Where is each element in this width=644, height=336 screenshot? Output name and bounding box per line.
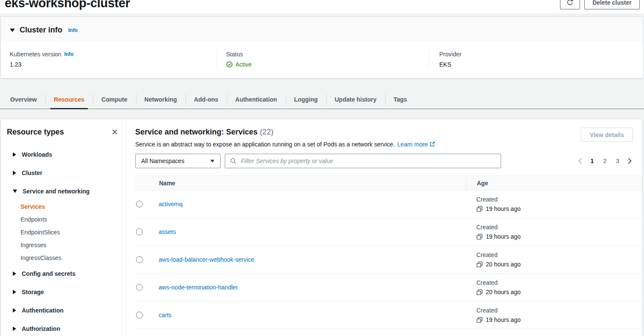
created-label: Created xyxy=(476,196,642,203)
sidebar-item-ingressclasses[interactable]: IngressClasses xyxy=(1,251,126,264)
learn-more-label: Learn more xyxy=(397,141,428,148)
tab-tags[interactable]: Tags xyxy=(385,90,416,108)
caret-right-icon xyxy=(13,171,16,175)
service-link[interactable]: aws-node-termination-handler xyxy=(159,284,238,291)
panel-title: Service and networking: Services (22) xyxy=(135,128,435,137)
view-details-button[interactable]: View details xyxy=(581,128,633,142)
sidebar-title: Resource types xyxy=(7,128,64,137)
sidebar-group-label: Cluster xyxy=(22,169,42,176)
tab-authentication[interactable]: Authentication xyxy=(227,90,286,108)
copy-icon[interactable] xyxy=(476,317,483,323)
name-cell: assets xyxy=(159,228,466,235)
namespace-select-value: All Namespaces xyxy=(141,158,184,164)
caret-right-icon xyxy=(13,290,16,294)
tab-overview[interactable]: Overview xyxy=(2,90,45,108)
pagination-pages: 123 xyxy=(588,158,622,164)
row-radio-button[interactable] xyxy=(136,228,143,235)
service-link[interactable]: aws-load-balancer-webhook-service xyxy=(159,256,254,263)
sidebar-item-label: Ingresses xyxy=(20,242,46,248)
table-row: assetsCreated19 hours ago xyxy=(135,218,642,246)
copy-icon[interactable] xyxy=(476,206,483,212)
table-header-row: Name Age xyxy=(135,175,642,190)
description-text: Service is an abstract way to expose an … xyxy=(135,141,395,148)
cluster-info-title: Cluster info xyxy=(20,26,62,35)
sidebar-group-storage[interactable]: Storage xyxy=(1,283,126,301)
services-search xyxy=(225,154,501,168)
sidebar-group-label: Workloads xyxy=(22,151,52,158)
tab-logging[interactable]: Logging xyxy=(286,90,326,108)
tab-resources[interactable]: Resources xyxy=(45,90,93,108)
caret-down-icon xyxy=(13,190,17,193)
tab-update-history[interactable]: Update history xyxy=(326,90,385,108)
tab-networking[interactable]: Networking xyxy=(136,90,186,108)
table-row: aws-load-balancer-webhook-serviceCreated… xyxy=(135,246,642,274)
next-page-button[interactable] xyxy=(627,158,633,164)
sidebar-item-endpoints[interactable]: Endpoints xyxy=(1,213,126,226)
sidebar-item-endpointslices[interactable]: EndpointSlices xyxy=(1,226,126,239)
dropdown-caret-icon xyxy=(210,160,215,163)
sidebar-item-ingresses[interactable]: Ingresses xyxy=(1,239,126,251)
search-input[interactable] xyxy=(240,157,496,165)
sidebar-item-label: Services xyxy=(20,203,45,210)
service-link[interactable]: assets xyxy=(159,228,176,235)
table-row: cartsCreated19 hours ago xyxy=(135,301,642,329)
page-number-3[interactable]: 3 xyxy=(613,158,622,164)
name-cell: carts xyxy=(159,312,466,318)
sidebar-group-authorization[interactable]: Authorization xyxy=(1,319,126,336)
cluster-info-fields: Kubernetes version Info 1.23 Status Acti… xyxy=(1,41,643,78)
service-link[interactable]: carts xyxy=(159,312,171,318)
sidebar-item-label: EndpointSlices xyxy=(20,229,60,236)
age-value: 19 hours ago xyxy=(486,233,521,240)
tab-label: Update history xyxy=(335,96,377,103)
cluster-info-info-link[interactable]: Info xyxy=(68,27,78,33)
service-link[interactable]: activemq xyxy=(159,201,183,207)
tab-label: Compute xyxy=(102,96,128,103)
collapse-section-icon[interactable] xyxy=(10,29,15,32)
sidebar-group-service-and-networking[interactable]: Service and networking xyxy=(1,182,126,200)
copy-icon[interactable] xyxy=(476,234,483,240)
cluster-info-card: Cluster info Info Kubernetes version Inf… xyxy=(0,16,644,79)
sidebar-group-workloads[interactable]: Workloads xyxy=(1,145,126,164)
sidebar-group-label: Config and secrets xyxy=(22,270,75,277)
tab-label: Authentication xyxy=(235,96,277,103)
select-column-header xyxy=(135,176,159,190)
page-number-1[interactable]: 1 xyxy=(588,158,597,164)
row-radio-button[interactable] xyxy=(136,284,143,291)
kubernetes-version-info-link[interactable]: Info xyxy=(64,51,74,57)
field-value: 1.23 xyxy=(10,61,216,68)
chevron-right-icon xyxy=(627,158,632,164)
delete-cluster-button[interactable]: Delete cluster xyxy=(584,0,640,9)
sidebar-item-services[interactable]: Services xyxy=(1,200,126,213)
table-row-partial: Created xyxy=(135,329,642,336)
age-column-header: Age xyxy=(466,176,642,190)
age-cell: Created20 hours ago xyxy=(466,251,642,268)
services-table-body: activemqCreated19 hours agoassetsCreated… xyxy=(135,190,642,336)
copy-icon[interactable] xyxy=(476,289,483,295)
tab-compute[interactable]: Compute xyxy=(93,90,136,108)
tab-label: Overview xyxy=(10,96,37,103)
sidebar-group-config-and-secrets[interactable]: Config and secrets xyxy=(1,264,126,283)
sidebar-group-authentication[interactable]: Authentication xyxy=(1,301,126,319)
age-value: 20 hours ago xyxy=(486,289,521,295)
sidebar-group-cluster[interactable]: Cluster xyxy=(1,164,126,182)
namespace-select[interactable]: All Namespaces xyxy=(135,154,220,168)
caret-right-icon xyxy=(13,152,16,157)
name-column-header: Name xyxy=(159,176,466,190)
row-radio-button[interactable] xyxy=(136,201,143,207)
tab-add-ons[interactable]: Add-ons xyxy=(186,90,227,108)
caret-right-icon xyxy=(13,327,16,331)
row-radio-button[interactable] xyxy=(136,312,143,318)
page-number-2[interactable]: 2 xyxy=(600,158,609,164)
close-sidebar-button[interactable] xyxy=(110,127,119,137)
row-radio-button[interactable] xyxy=(136,256,143,263)
refresh-button[interactable] xyxy=(560,0,580,9)
sidebar-group-label: Authentication xyxy=(22,307,64,314)
name-cell: aws-load-balancer-webhook-service xyxy=(159,256,466,263)
copy-icon[interactable] xyxy=(476,261,483,268)
services-table: Name Age activemqCreated19 hours agoasse… xyxy=(135,175,642,336)
previous-page-button[interactable] xyxy=(577,158,583,164)
content-panel: Resource types WorkloadsClusterService a… xyxy=(0,119,643,336)
learn-more-link[interactable]: Learn more xyxy=(397,141,435,148)
row-select-cell xyxy=(135,256,159,263)
age-value: 19 hours ago xyxy=(486,205,521,212)
